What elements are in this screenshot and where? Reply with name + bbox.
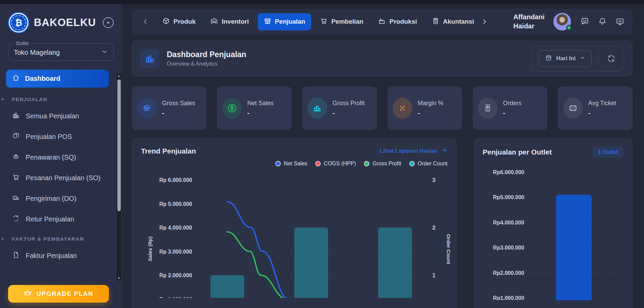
- sidebar-item-label: Retur Penjualan: [26, 215, 74, 223]
- upgrade-plan-button[interactable]: UPGRADE PLAN: [8, 285, 109, 303]
- order-count-bar[interactable]: [378, 228, 412, 298]
- sidebar-item-pesanan-penjualan-so[interactable]: Pesanan Penjualan (SO): [6, 170, 109, 186]
- kpi-value: -: [418, 109, 443, 117]
- legend-label: Order Count: [418, 161, 447, 167]
- sidebar-item-retur-penjualan[interactable]: Retur Penjualan: [6, 211, 109, 227]
- legend-item-cogs-hpp[interactable]: COGS (HPP): [315, 161, 356, 167]
- user-avatar[interactable]: [553, 13, 571, 30]
- outlet-sales-bar[interactable]: [556, 195, 592, 300]
- legend-label: Gross Profit: [372, 161, 401, 167]
- cart-icon: [12, 173, 20, 183]
- tab-produksi[interactable]: Produksi: [372, 13, 423, 30]
- kpi-card-margin: Margin % -: [388, 87, 462, 130]
- daily-report-link[interactable]: Lihat Laporan Harian: [380, 147, 447, 155]
- bars-icon: [307, 98, 327, 119]
- sidebar-item-penawaran-sq[interactable]: Penawaran (SQ): [6, 149, 109, 165]
- outlet-axis-tick: Rp3.000.000: [493, 245, 524, 251]
- outlet-chart-card: Penjualan per Outlet 1 Outlet Rp6.000.00…: [474, 138, 632, 308]
- kpi-card-net-sales: Net Sales -: [217, 87, 292, 130]
- pos-icon: [12, 132, 20, 141]
- bitcoin-glyph: ₿: [11, 15, 26, 30]
- factory-icon: [378, 17, 386, 26]
- scrollbar-thumb[interactable]: [117, 79, 121, 211]
- brand-name: BAKOELKU: [34, 17, 96, 29]
- kpi-value: -: [162, 109, 195, 117]
- calendar-icon: [545, 54, 552, 63]
- tab-penjualan[interactable]: Penjualan: [258, 13, 312, 30]
- right-axis-tick: 1: [432, 272, 435, 279]
- top-strip: [0, 0, 644, 4]
- outlet-select[interactable]: Outlet Toko Magelang: [8, 43, 114, 61]
- dollar-icon: [222, 98, 242, 119]
- display-monitor-button[interactable]: [616, 17, 624, 26]
- calculator-icon: [432, 17, 439, 26]
- legend-item-gross-profit[interactable]: Gross Profit: [364, 161, 401, 167]
- sidebar-item-penjualan-pos[interactable]: Penjualan POS: [6, 129, 109, 145]
- tab-label: Produksi: [389, 18, 417, 25]
- chevron-down-icon: [101, 48, 108, 56]
- dashboard-header-card: Dashboard Penjualan Overview & Analytics…: [132, 41, 632, 76]
- legend-item-order-count[interactable]: Order Count: [409, 161, 447, 167]
- tab-label: Penjualan: [275, 18, 305, 25]
- date-filter-label: Hari Ini: [556, 55, 576, 62]
- sidebar-section-header: FAKTUR & PEMBAYARAN: [0, 236, 122, 242]
- legend-dot: [275, 161, 281, 166]
- daily-report-link-label: Lihat Laporan Harian: [380, 148, 437, 155]
- user-name-line2: Haidar: [513, 22, 545, 31]
- main-content: ProdukInventoriPenjualanPembelianProduks…: [122, 4, 644, 308]
- outlet-axis-tick: Rp2.000.000: [493, 270, 524, 276]
- kpi-card-gross-sales: Gross Sales -: [132, 87, 206, 130]
- section-title: PENJUALAN: [12, 96, 47, 102]
- legend-item-net-sales[interactable]: Net Sales: [275, 161, 307, 167]
- basket-icon: [12, 153, 20, 162]
- rotate-icon: [12, 215, 20, 224]
- notifications-bell-button[interactable]: [598, 17, 607, 26]
- tab-produk[interactable]: Produk: [156, 13, 202, 30]
- sidebar-item-label: Penjualan POS: [26, 133, 72, 141]
- order-count-bar[interactable]: [294, 228, 328, 298]
- section-dot: [1, 98, 4, 100]
- kpi-card-avg-ticket: Avg Ticket -: [558, 87, 632, 130]
- date-filter-button[interactable]: Hari Ini: [539, 50, 592, 67]
- tab-pembelian[interactable]: Pembelian: [314, 13, 369, 30]
- file-icon: [12, 251, 20, 260]
- chart-legend: Net SalesCOGS (HPP)Gross ProfitOrder Cou…: [132, 161, 456, 167]
- tab-inventori[interactable]: Inventori: [204, 13, 255, 30]
- tab-akuntansi[interactable]: Akuntansi: [426, 13, 480, 30]
- sidebar-item-label: Penawaran (SQ): [26, 153, 76, 161]
- scroll-down-arrow[interactable]: ▼: [117, 276, 121, 281]
- kpi-value: -: [332, 109, 365, 117]
- kpi-label: Avg Ticket: [588, 99, 616, 107]
- right-axis-tick: 3: [432, 177, 435, 183]
- sidebar: ₿ BAKOELKU Outlet Toko Magelang Dashboar…: [0, 4, 122, 308]
- page-subtitle: Overview & Analytics: [167, 61, 246, 67]
- sidebar-collapse-button[interactable]: [103, 17, 114, 28]
- sidebar-item-dashboard[interactable]: Dashboard: [6, 70, 109, 88]
- sidebar-item-label: Faktur Penjualan: [26, 252, 77, 260]
- tab-label: Produk: [174, 18, 196, 25]
- section-dot: [1, 238, 4, 240]
- refresh-button[interactable]: [605, 53, 617, 64]
- left-axis-tick: Rp 2.000.000: [159, 273, 192, 278]
- sidebar-item-semua-penjualan[interactable]: Semua Penjualan: [6, 108, 109, 124]
- module-tabs: ProdukInventoriPenjualanPembelianProduks…: [156, 13, 480, 30]
- outlet-chart-title: Penjualan per Outlet: [483, 148, 552, 156]
- feedback-chat-button[interactable]: [580, 17, 589, 26]
- left-axis-tick: Rp 6.000.000: [159, 177, 192, 183]
- topnav-icons: [580, 17, 624, 26]
- trend-chart-card: Trend Penjualan Lihat Laporan Harian Net…: [132, 138, 457, 308]
- kpi-label: Gross Profit: [332, 99, 365, 107]
- nav-prev-button[interactable]: [140, 17, 150, 27]
- kpi-label: Net Sales: [247, 99, 274, 107]
- sidebar-item-label: Semua Penjualan: [26, 112, 79, 120]
- scroll-up-arrow[interactable]: ▲: [117, 73, 121, 78]
- order-count-bar[interactable]: [210, 275, 244, 298]
- nav-next-button[interactable]: [480, 17, 489, 26]
- package-icon: [162, 17, 170, 26]
- trend-chart-title: Trend Penjualan: [141, 147, 196, 155]
- outlet-axis-tick: Rp4.000.000: [493, 220, 524, 226]
- sidebar-scrollbar[interactable]: ▲ ▼: [117, 73, 121, 281]
- home-icon: [12, 74, 20, 83]
- sidebar-item-pengiriman-do[interactable]: Pengiriman (DO): [6, 191, 109, 207]
- sidebar-item-faktur-penjualan[interactable]: Faktur Penjualan: [6, 248, 109, 264]
